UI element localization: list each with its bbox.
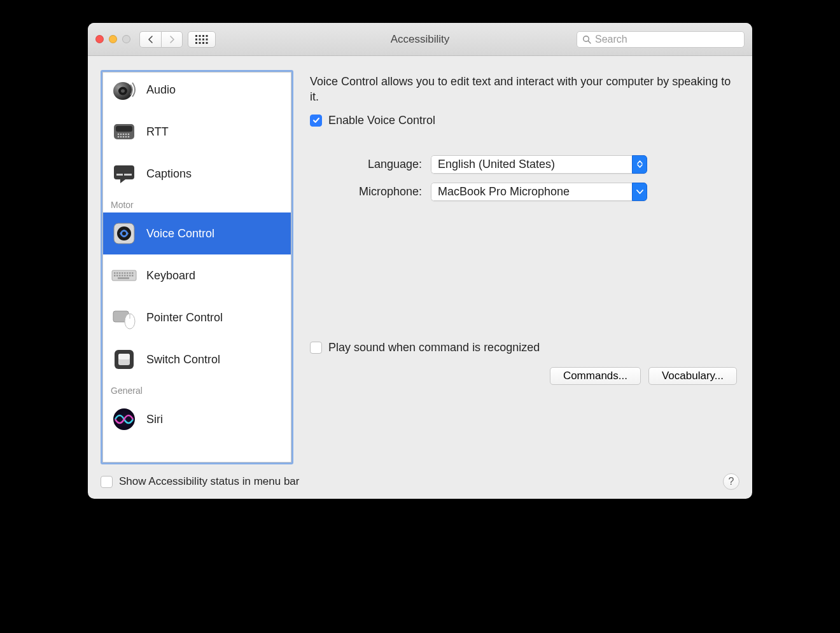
svg-rect-43 [132, 272, 134, 274]
main-panel: Voice Control allows you to edit text an… [307, 70, 739, 464]
svg-point-24 [118, 136, 120, 138]
svg-rect-7 [206, 38, 208, 40]
svg-point-28 [128, 136, 130, 138]
language-row: Language: English (United States) [310, 155, 737, 174]
zoom-button [122, 35, 130, 43]
svg-point-27 [125, 136, 127, 138]
rtt-icon [111, 118, 137, 145]
sidebar-item-label: Keyboard [146, 269, 195, 282]
sidebar-item-label: Audio [146, 83, 176, 97]
sidebar-item-label: Pointer Control [146, 311, 223, 324]
svg-rect-9 [199, 42, 201, 44]
show-all-button[interactable] [188, 31, 216, 48]
svg-point-16 [121, 89, 125, 93]
svg-point-19 [118, 134, 120, 136]
svg-rect-10 [202, 42, 204, 44]
sidebar-item-label: RTT [146, 125, 169, 139]
svg-rect-41 [127, 272, 129, 274]
switch-control-icon [111, 346, 137, 373]
sidebar-item-pointer-control[interactable]: Pointer Control [103, 296, 291, 338]
help-button[interactable]: ? [723, 473, 739, 490]
sidebar-item-voice-control[interactable]: Voice Control [103, 212, 291, 254]
status-menubar-label: Show Accessibility status in menu bar [119, 475, 299, 488]
svg-rect-42 [129, 272, 131, 274]
vocabulary-button[interactable]: Vocabulary... [648, 367, 737, 385]
sidebar-item-switch-control[interactable]: Switch Control [103, 338, 291, 380]
svg-rect-47 [122, 275, 123, 277]
footer: Show Accessibility status in menu bar ? [101, 473, 739, 490]
sidebar-item-captions[interactable]: Captions [103, 153, 291, 195]
svg-rect-18 [116, 126, 132, 132]
chevron-down-icon [632, 183, 647, 201]
nav-back-forward [139, 31, 183, 48]
microphone-popup[interactable]: MacBook Pro Microphone [431, 183, 647, 201]
svg-point-34 [122, 232, 126, 235]
minimize-button[interactable] [109, 35, 117, 43]
search-icon [582, 35, 591, 44]
svg-rect-38 [119, 272, 121, 274]
svg-rect-3 [206, 35, 208, 37]
forward-button [161, 31, 183, 48]
play-sound-row[interactable]: Play sound when command is recognized [310, 341, 737, 354]
svg-rect-46 [119, 275, 121, 277]
question-mark-icon: ? [729, 476, 734, 487]
checkmark-icon [312, 116, 320, 124]
svg-point-25 [120, 136, 122, 138]
svg-rect-5 [199, 38, 201, 40]
description-text: Voice Control allows you to edit text an… [310, 74, 737, 105]
svg-rect-29 [114, 165, 134, 179]
svg-rect-31 [124, 174, 132, 176]
svg-rect-45 [116, 275, 118, 277]
svg-rect-44 [114, 275, 116, 277]
titlebar: Accessibility [88, 23, 752, 56]
svg-rect-50 [129, 275, 131, 277]
voice-control-icon [111, 220, 137, 247]
sidebar-item-siri[interactable]: Siri [103, 398, 291, 440]
svg-point-23 [128, 134, 130, 136]
svg-rect-1 [199, 35, 201, 37]
svg-point-20 [120, 134, 122, 136]
svg-rect-4 [195, 38, 197, 40]
sidebar-focus-ring: Audio RTT Captions Motor [101, 70, 293, 464]
sidebar-item-label: Siri [146, 413, 163, 426]
close-button[interactable] [95, 35, 104, 43]
play-sound-label: Play sound when command is recognized [328, 341, 540, 354]
sidebar-item-label: Switch Control [146, 353, 220, 366]
search-field[interactable] [577, 31, 745, 48]
commands-button[interactable]: Commands... [550, 367, 641, 385]
enable-voice-control-row[interactable]: Enable Voice Control [310, 114, 737, 127]
svg-point-21 [123, 134, 125, 136]
keyboard-icon [111, 262, 137, 289]
sidebar[interactable]: Audio RTT Captions Motor [102, 72, 291, 463]
status-menubar-checkbox[interactable] [101, 476, 113, 488]
svg-rect-37 [116, 272, 118, 274]
chevron-left-icon [148, 36, 154, 43]
search-input[interactable] [595, 34, 739, 45]
sidebar-header-motor: Motor [103, 195, 291, 212]
svg-line-13 [588, 41, 591, 43]
grid-icon [195, 35, 208, 44]
captions-icon [111, 160, 137, 187]
svg-rect-39 [122, 272, 123, 274]
siri-icon [111, 406, 137, 433]
svg-rect-2 [202, 35, 204, 37]
svg-rect-36 [114, 272, 116, 274]
enable-voice-control-label: Enable Voice Control [328, 114, 435, 127]
microphone-label: Microphone: [310, 185, 422, 198]
language-popup[interactable]: English (United States) [431, 155, 647, 174]
play-sound-checkbox[interactable] [310, 342, 322, 354]
sidebar-item-keyboard[interactable]: Keyboard [103, 254, 291, 296]
back-button[interactable] [139, 31, 161, 48]
language-label: Language: [310, 158, 422, 171]
svg-rect-8 [195, 42, 197, 44]
sidebar-item-label: Captions [146, 167, 192, 181]
svg-rect-58 [118, 354, 130, 359]
sidebar-header-general: General [103, 380, 291, 398]
sidebar-item-audio[interactable]: Audio [103, 72, 291, 111]
svg-rect-49 [127, 275, 129, 277]
svg-point-26 [123, 136, 125, 138]
window-controls [95, 35, 130, 43]
sidebar-item-rtt[interactable]: RTT [103, 111, 291, 153]
enable-voice-control-checkbox[interactable] [310, 115, 322, 127]
svg-rect-6 [202, 38, 204, 40]
